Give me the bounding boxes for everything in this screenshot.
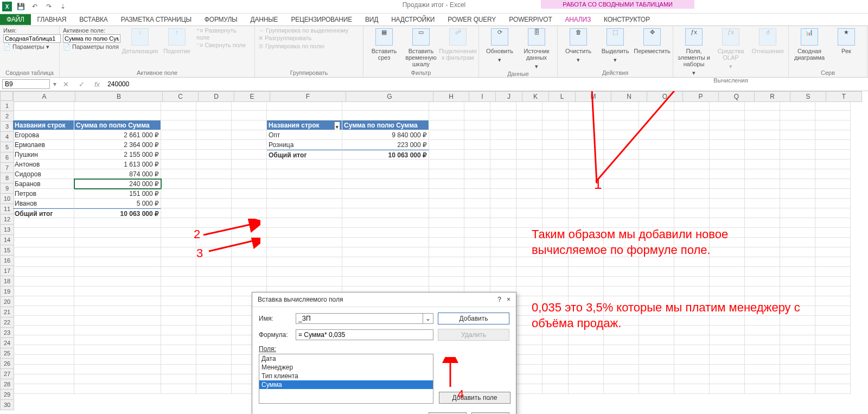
row-header[interactable]: 10 [0,194,14,204]
column-header[interactable]: J [496,91,522,102]
row-header[interactable]: 28 [0,379,14,390]
field-item[interactable]: Тип клиента [259,372,433,380]
clear-button[interactable]: 🗑Очистить ▾ [561,27,596,64]
redo-icon[interactable]: ↷ [43,1,54,12]
select-all-corner[interactable] [0,91,13,101]
row-header[interactable]: 15 [0,245,14,256]
row-header[interactable]: 29 [0,390,14,400]
spreadsheet-grid[interactable]: ABCDEFGHIJKLMNOPQRST 1234567891011121314… [0,91,868,414]
column-header[interactable]: M [576,91,611,102]
row-header[interactable]: 24 [0,338,14,348]
row-header[interactable]: 23 [0,328,14,338]
row-header[interactable]: 27 [0,369,14,379]
row-header[interactable]: 6 [0,152,14,163]
dialog-help-icon[interactable]: ? [497,296,501,303]
field-item[interactable]: Менеджер [259,363,433,372]
refresh-button[interactable]: ⟳Обновить ▾ [482,27,517,64]
field-options[interactable]: Параметры поля [72,43,119,50]
column-header[interactable]: L [549,91,576,102]
row-header[interactable]: 19 [0,286,14,297]
column-header[interactable]: E [234,91,270,102]
tab-data[interactable]: ДАННЫЕ [244,14,284,25]
dialog-formula-input[interactable] [296,329,433,340]
row-header[interactable]: 20 [0,297,14,307]
row-header[interactable]: 25 [0,348,14,359]
column-header[interactable]: K [522,91,549,102]
fx-icon[interactable]: fx [91,80,103,88]
row-header[interactable]: 22 [0,317,14,328]
tab-design[interactable]: КОНСТРУКТОР [597,14,656,25]
move-button[interactable]: ✥Переместить [635,27,669,55]
row-header[interactable]: 17 [0,266,14,276]
pivot-options[interactable]: Параметры [12,43,44,50]
row-header[interactable]: 26 [0,359,14,369]
column-header[interactable]: A [13,91,75,102]
row-header[interactable]: 12 [0,214,14,225]
formula-cancel-icon[interactable]: ✕ [60,80,72,88]
data-source-button[interactable]: 🗄Источник данных ▾ [519,27,554,71]
insert-slicer-button[interactable]: ▦Вставить срез [367,27,401,62]
row-header[interactable]: 14 [0,235,14,245]
column-header[interactable]: N [611,91,647,102]
tab-file[interactable]: ФАЙЛ [0,14,31,25]
column-header[interactable]: H [433,91,469,102]
row-header[interactable]: 2 [0,111,14,122]
dialog-fields-list[interactable]: ДатаМенеджерТип клиентаСумма [259,354,433,404]
touch-mode-icon[interactable]: ⇣ [58,1,68,12]
row-header[interactable]: 3 [0,122,14,132]
dialog-close-icon[interactable]: × [507,296,510,303]
row-header[interactable]: 5 [0,142,14,152]
column-header[interactable]: B [75,91,163,102]
pt1-header-rows[interactable]: Названия строк↓▾ [13,120,74,130]
row-header[interactable]: 4 [0,132,14,142]
column-header[interactable]: C [163,91,199,102]
formula-confirm-icon[interactable]: ✓ [75,80,88,88]
tab-analyze[interactable]: АНАЛИЗ [559,14,598,25]
column-header[interactable]: D [199,91,234,102]
recommended-button[interactable]: ★Рек [829,27,864,55]
tab-layout[interactable]: РАЗМЕТКА СТРАНИЦЫ [114,14,198,25]
field-item[interactable]: Сумма [259,380,433,389]
select-button[interactable]: ⬚Выделить ▾ [598,27,633,64]
tab-home[interactable]: ГЛАВНАЯ [31,14,73,25]
column-header[interactable]: G [346,91,433,102]
column-header[interactable]: S [790,91,826,102]
row-header[interactable]: 1 [0,101,14,111]
pivot-chart-button[interactable]: 📊Сводная диаграмма [792,27,827,62]
column-header[interactable]: P [683,91,719,102]
row-header[interactable]: 21 [0,307,14,317]
row-header[interactable]: 18 [0,276,14,286]
insert-timeline-button[interactable]: ▭Вставить временную шкалу [404,27,438,68]
row-header[interactable]: 8 [0,173,14,183]
row-header[interactable]: 13 [0,225,14,235]
tab-powerpivot[interactable]: POWERPIVOT [502,14,558,25]
column-header[interactable]: Q [719,91,755,102]
row-header[interactable]: 30 [0,400,14,410]
tab-powerquery[interactable]: POWER QUERY [441,14,502,25]
tab-review[interactable]: РЕЦЕНЗИРОВАНИЕ [284,14,359,25]
dialog-add-button[interactable]: Добавить [438,313,509,324]
row-header[interactable]: 16 [0,256,14,266]
tab-formulas[interactable]: ФОРМУЛЫ [198,14,244,25]
pivot-name-input[interactable] [3,34,61,43]
field-item[interactable]: Дата [259,354,433,363]
tab-insert[interactable]: ВСТАВКА [73,14,114,25]
tab-view[interactable]: ВИД [359,14,385,25]
column-header[interactable]: F [270,91,346,102]
undo-icon[interactable]: ↶ [29,1,40,12]
fields-items-sets-button[interactable]: ƒxПоля, элементы и наборы ▾ [676,27,711,77]
dialog-name-dropdown-icon[interactable]: ⌄ [423,313,433,324]
column-header[interactable]: O [647,91,683,102]
row-header[interactable]: 9 [0,183,14,194]
column-header[interactable]: R [755,91,790,102]
name-box[interactable] [2,79,50,89]
active-field-input[interactable] [63,34,120,43]
pt2-header-rows[interactable]: Названия строк▾ [267,120,342,130]
row-header[interactable]: 11 [0,204,14,214]
dialog-add-field-button[interactable]: Добавить поле [439,392,510,404]
save-icon[interactable]: 💾 [15,1,26,12]
tab-addins[interactable]: НАДСТРОЙКИ [385,14,441,25]
row-header[interactable]: 7 [0,163,14,173]
column-header[interactable]: T [826,91,862,102]
column-header[interactable]: I [469,91,496,102]
